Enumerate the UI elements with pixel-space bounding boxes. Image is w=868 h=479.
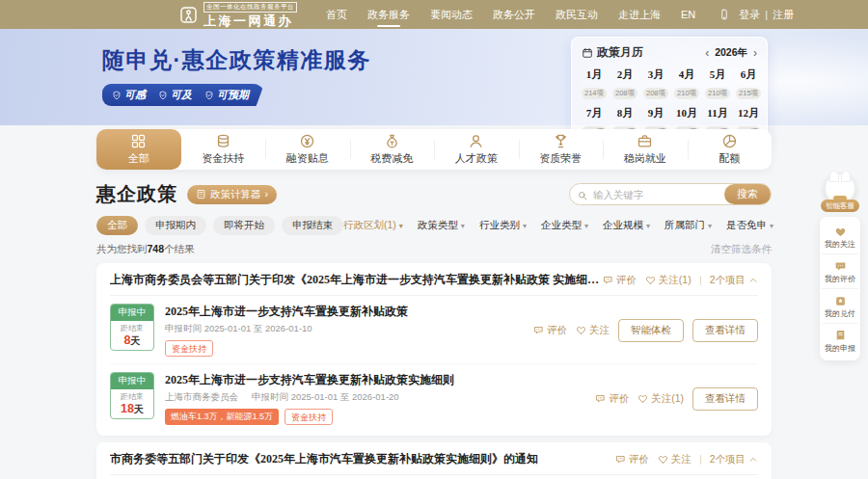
calendar-month-cell[interactable]: 6月215项 [736,67,761,99]
status-filter-pill[interactable]: 申报期内 [145,216,206,235]
nav-item[interactable]: 首页 [326,0,347,29]
calendar-month-cell[interactable]: 2月208项 [612,67,637,99]
calendar-month-label: 5月 [705,67,730,82]
assistant-item[interactable]: 我的关注 [822,220,858,253]
search-button[interactable]: 搜索 [724,184,771,204]
view-details-button[interactable]: 查看详情 [692,387,758,411]
policy-apply-time: 申报时间 2025-01-01 至 2026-01-20 [252,391,399,404]
site-logo-icon [179,6,198,24]
filter-dropdown[interactable]: 政策类型▾ [418,219,465,232]
countdown-label: 距结束 [111,389,153,402]
filter-dropdown[interactable]: 行业类别▾ [479,219,527,232]
group-title: 市商务委等五部门关于印发《2025年上海市汽车置换更新补贴政策实施细则》的通知 [110,451,538,467]
policy-tags: 资金扶持 [165,340,533,357]
tab-label: 资质荣誉 [539,151,582,166]
comment-icon [615,454,626,465]
evaluate-link[interactable]: 评价 [615,453,649,466]
tab-person[interactable]: 人才政策 [434,129,519,170]
calendar-icon [582,47,593,59]
filter-dropdown[interactable]: 行政区划(1)▾ [343,219,403,232]
filter-dropdown[interactable]: 是否免申▾ [726,219,773,232]
heart-filled-icon [834,225,847,237]
chevron-left-icon[interactable]: ‹ [705,47,709,59]
tab-money-bag[interactable]: 税费减免 [350,129,435,170]
tab-label: 税费减免 [370,151,413,166]
policy-title[interactable]: 2025年上海市进一步支持汽车置换更新补贴政策 [165,304,533,320]
follow-link[interactable]: 关注 [576,324,610,337]
smart-check-button[interactable]: 智能体检 [618,319,684,342]
collapse-toggle[interactable]: 2个项目 [710,274,758,287]
evaluate-link[interactable]: 评价 [603,274,637,287]
nav-item[interactable]: 要闻动态 [430,0,473,29]
calendar-month-cell[interactable]: 4月210项 [674,67,699,99]
tab-refresh-yen[interactable]: 融资贴息 [265,129,350,170]
calendar-month-label: 3月 [643,67,668,82]
shield-icon [158,91,168,100]
collapse-toggle[interactable]: 2个项目 [710,453,758,466]
filter-dropdowns: 行政区划(1)▾政策类型▾行业类别▾企业类型▾企业规模▾所属部门▾是否免申▾ [343,219,773,232]
filter-dropdown[interactable]: 企业类型▾ [541,219,588,232]
divider [700,455,701,465]
tab-coins[interactable]: 资金扶持 [181,129,266,170]
chevron-down-icon: ▾ [584,222,588,230]
search-bar: 搜索 [569,183,772,205]
assistant-item[interactable]: 我的申报 [822,323,858,358]
nav-item[interactable]: 政务服务 [367,0,410,29]
assistant-menu: 我的关注我的评价我的兑付我的申报 [820,217,860,360]
comment-icon [595,393,606,404]
status-filter-pill[interactable]: 即将开始 [213,216,275,235]
chevron-down-icon: ▾ [770,222,773,230]
tab-label: 全部 [128,151,149,166]
site-logo[interactable]: 全国一体化在线政务服务平台 上海一网通办 [179,2,297,27]
calendar-month-cell[interactable]: 1月214项 [582,67,607,99]
tab-briefcase[interactable]: 稳岗就业 [603,129,688,170]
chevron-up-icon [748,276,758,285]
hero-title: 随申兑·惠企政策精准服务 [102,45,371,75]
assistant-item[interactable]: 我的兑付 [822,288,858,323]
logo-title: 上海一网通办 [203,14,297,27]
tab-honor[interactable]: 资质荣誉 [519,129,604,170]
evaluate-link[interactable]: 评价 [533,324,567,337]
nav-item[interactable]: 政务公开 [493,0,535,29]
assistant-item[interactable]: 我的评价 [822,253,858,288]
chevron-right-icon[interactable]: › [753,47,757,59]
login-link[interactable]: 登录 [739,8,760,22]
calendar-month-cell[interactable]: 3月208项 [643,67,668,99]
hero-badge-label: 可及 [171,88,192,102]
nav-item[interactable]: 走进上海 [618,0,661,29]
policy-group-header: 上海市商务委员会等五部门关于印发《2025年上海市进一步支持汽车置换更新补贴政策… [110,272,758,296]
nav-item[interactable]: EN [681,0,695,29]
policy-calculator-button[interactable]: 政策计算器 › [187,185,277,204]
heart-icon [645,275,656,285]
follow-link[interactable]: 关注(1) [645,274,692,287]
nav-item[interactable]: 政民互动 [556,0,598,29]
filter-dropdown[interactable]: 企业规模▾ [603,219,650,232]
follow-link[interactable]: 关注 [658,453,692,466]
follow-label: 关注(1) [651,392,684,406]
status-filter-pill[interactable]: 申报结束 [282,216,343,235]
shield-icon [204,91,214,100]
tab-pie[interactable]: 配额 [688,129,773,170]
view-details-button[interactable]: 查看详情 [692,319,758,342]
top-nav: 首页政务服务要闻动态政务公开政民互动走进上海EN [326,0,695,29]
filter-dropdown[interactable]: 所属部门▾ [665,219,712,232]
tab-grid[interactable]: 全部 [96,129,181,170]
grid-icon [130,133,147,149]
clear-filters-link[interactable]: 清空筛选条件 [711,243,772,256]
mobile-app-icon[interactable] [719,9,730,20]
tab-label: 配额 [719,151,740,166]
hero-badge: 可感 [112,88,146,102]
calendar-month-count: 210项 [674,88,699,99]
register-link[interactable]: 注册 [773,8,794,22]
dropdown-label: 是否免申 [726,219,767,232]
evaluate-link[interactable]: 评价 [595,392,629,406]
policy-title[interactable]: 2025年上海市进一步支持汽车置换更新补贴政策实施细则 [165,372,595,388]
status-filter-pill[interactable]: 全部 [96,216,138,235]
follow-link[interactable]: 关注(1) [637,392,684,406]
search-icon [577,188,588,200]
calendar-month-cell[interactable]: 5月210项 [705,67,730,99]
dropdown-label: 所属部门 [665,219,705,232]
policy-item-row: 申报中距结束8天2025年上海市汽车置换更新补贴政策（新能源）上海市发展和改革委… [110,475,758,479]
evaluate-label: 评价 [547,324,567,337]
policy-item-info: 2025年上海市进一步支持汽车置换更新补贴政策实施细则上海市商务委员会申报时间 … [165,372,595,425]
